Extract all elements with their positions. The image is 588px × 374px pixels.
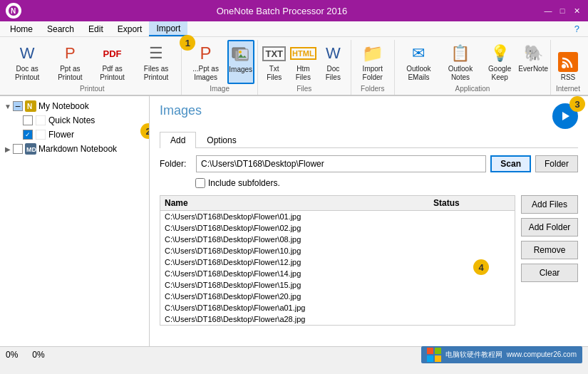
minimize-btn[interactable]: — [542, 5, 554, 16]
clear-button[interactable]: Clear [521, 264, 578, 282]
scan-button[interactable]: Scan [490, 155, 531, 172]
table-row[interactable]: C:\Users\DT168\Desktop\Flower\10.jpg [160, 245, 515, 256]
ribbon-group-files-items: TXT Txt Files HTML Htm Files W Doc Files [258, 40, 351, 84]
toggle-markdown[interactable]: ▶ [3, 145, 13, 153]
outlook-notes-btn[interactable]: 📋 Outlook Notes [440, 40, 480, 84]
file-list-body[interactable]: C:\Users\DT168\Desktop\Flower\01.jpgC:\U… [160, 211, 515, 325]
sidebar-item-quick-notes[interactable]: ▶ Quick Notes [10, 113, 149, 128]
sidebar-item-markdown-notebook[interactable]: ▶ MD Markdown Notebook [0, 142, 149, 156]
rss-btn[interactable]: RSS [554, 48, 582, 84]
sidebar: ▼ – N My Notebook ▶ Quick Notes ▶ ✓ Flow… [0, 96, 150, 346]
outlook-notes-icon: 📋 [449, 42, 472, 65]
ribbon-group-internet: RSS Internet [551, 48, 585, 95]
tab-add[interactable]: Add [160, 132, 196, 148]
content-area: Images 3 Add Options Folder: Scan Folder [150, 96, 588, 346]
close-btn[interactable]: ✕ [571, 5, 582, 16]
table-row[interactable]: C:\Users\DT168\Desktop\Flower\12.jpg [160, 256, 515, 268]
doc-as-printout-btn[interactable]: W Doc as Printout [6, 40, 48, 84]
add-folder-button[interactable]: Add Folder [521, 218, 578, 237]
table-row[interactable]: C:\Users\DT168\Desktop\Flower\14.jpg [160, 268, 515, 279]
folder-input[interactable] [196, 155, 486, 172]
files-as-printout-btn[interactable]: ☰ Files as Printout [134, 40, 179, 84]
google-keep-btn[interactable]: 💡 Google Keep [481, 40, 518, 84]
outlook-emails-btn[interactable]: ✉ Outlook EMails [398, 40, 440, 84]
evernote-btn[interactable]: 🐘 EverNote [519, 40, 547, 84]
file-name: C:\Users\DT168\Desktop\Flower\a01.jpg [165, 303, 446, 312]
images-btn[interactable]: Images [227, 40, 254, 84]
doc-printout-icon: W [16, 42, 38, 65]
checkbox-flower[interactable]: ✓ [23, 130, 33, 140]
ribbon-group-application-items: ✉ Outlook EMails 📋 Outlook Notes 💡 Googl… [395, 40, 550, 84]
include-subfolders-label: Include subfolders. [208, 178, 280, 188]
col-scroll-header [497, 198, 510, 208]
tab-options[interactable]: Options [196, 132, 247, 148]
table-row[interactable]: C:\Users\DT168\Desktop\Flower\a01.jpg [160, 302, 515, 313]
txt-files-btn[interactable]: TXT Txt Files [261, 40, 288, 84]
svg-text:N: N [11, 7, 16, 15]
folder-button[interactable]: Folder [535, 155, 578, 172]
menu-edit[interactable]: Edit [81, 21, 110, 36]
sidebar-item-my-notebook[interactable]: ▼ – N My Notebook [0, 99, 149, 113]
table-row[interactable]: C:\Users\DT168\Desktop\Flower\20.jpg [160, 291, 515, 302]
svg-rect-17 [427, 355, 433, 362]
watermark-text: 电脑软硬件教程网 [445, 350, 502, 360]
ppt-as-printout-btn[interactable]: P Ppt as Printout [49, 40, 91, 84]
table-row[interactable]: C:\Users\DT168\Desktop\Flower\02.jpg [160, 222, 515, 234]
titlebar: N OneNote Batch Processor 2016 — □ ✕ [0, 0, 588, 21]
files-printout-icon: ☰ [145, 42, 167, 65]
svg-rect-6 [558, 52, 578, 72]
ppt-images-label: ...Ppt as Images [187, 65, 223, 82]
ribbon-group-internet-label: Internet [551, 84, 585, 93]
ribbon-group-image-items: P ...Ppt as Images 1 Images [182, 40, 257, 84]
status-left: 0% [6, 350, 18, 360]
ribbon-group-printout-label: Printout [3, 84, 181, 93]
toggle-my-notebook[interactable]: ▼ [3, 103, 13, 110]
bottom-bar: 0% 0% 电脑软硬件教程网 www.computer26.com [0, 346, 588, 362]
badge-1: 1 [180, 35, 195, 51]
folder-row: Folder: Scan Folder [160, 155, 578, 172]
ribbon-group-internet-items: RSS [551, 48, 585, 84]
sidebar-item-flower[interactable]: ▶ ✓ Flower 2 [10, 128, 149, 142]
include-subfolders-checkbox[interactable] [195, 178, 205, 188]
htm-files-btn[interactable]: HTML Htm Files [289, 40, 318, 84]
markdown-notebook-label: Markdown Notebook [38, 144, 117, 154]
pdf-as-printout-btn[interactable]: PDF Pdf as Printout [91, 40, 133, 84]
ribbon-group-folders-label: Folders [351, 84, 394, 93]
help-icon[interactable]: ? [569, 24, 585, 34]
tab-bar: Add Options [160, 132, 578, 148]
main-area: ▼ – N My Notebook ▶ Quick Notes ▶ ✓ Flow… [0, 96, 588, 346]
ppt-printout-icon: P [58, 42, 81, 65]
watermark-url: www.computer26.com [507, 350, 577, 358]
maximize-btn[interactable]: □ [557, 5, 568, 16]
checkbox-quick-notes[interactable] [23, 115, 33, 125]
svg-marker-14 [562, 112, 569, 120]
checkbox-markdown[interactable] [13, 144, 23, 154]
outlook-emails-label: Outlook EMails [401, 65, 437, 82]
table-row[interactable]: C:\Users\DT168\Desktop\Flower\a28.jpg [160, 313, 515, 325]
menu-export[interactable]: Export [110, 21, 150, 36]
svg-rect-11 [36, 130, 46, 140]
ribbon: W Doc as Printout P Ppt as Printout PDF … [0, 37, 588, 96]
remove-button[interactable]: Remove [521, 241, 578, 259]
add-files-button[interactable]: Add Files [521, 195, 578, 214]
my-notebook-label: My Notebook [38, 101, 89, 111]
file-name: C:\Users\DT168\Desktop\Flower\15.jpg [165, 281, 446, 289]
scan-btn-wrapper: Scan [490, 155, 531, 172]
menu-search[interactable]: Search [40, 21, 81, 36]
file-name: C:\Users\DT168\Desktop\Flower\14.jpg [165, 269, 446, 278]
ribbon-content: W Doc as Printout P Ppt as Printout PDF … [0, 37, 588, 96]
file-status [446, 292, 510, 301]
badge-3: 3 [569, 96, 585, 112]
menu-import[interactable]: Import [149, 21, 187, 36]
import-folder-btn[interactable]: 📁 Import Folder [354, 40, 391, 84]
doc-files-btn[interactable]: W Doc Files [319, 40, 348, 84]
quick-notes-label: Quick Notes [48, 115, 95, 125]
table-row[interactable]: C:\Users\DT168\Desktop\Flower\08.jpg [160, 234, 515, 245]
table-row[interactable]: C:\Users\DT168\Desktop\Flower\15.jpg [160, 279, 515, 291]
ppt-as-images-btn[interactable]: P ...Ppt as Images 1 [185, 40, 226, 84]
checkbox-my-notebook[interactable]: – [13, 101, 23, 111]
import-folder-label: Import Folder [357, 65, 388, 82]
table-row[interactable]: C:\Users\DT168\Desktop\Flower\01.jpg [160, 211, 515, 222]
app-logo: N [6, 3, 21, 19]
menu-home[interactable]: Home [3, 21, 40, 36]
